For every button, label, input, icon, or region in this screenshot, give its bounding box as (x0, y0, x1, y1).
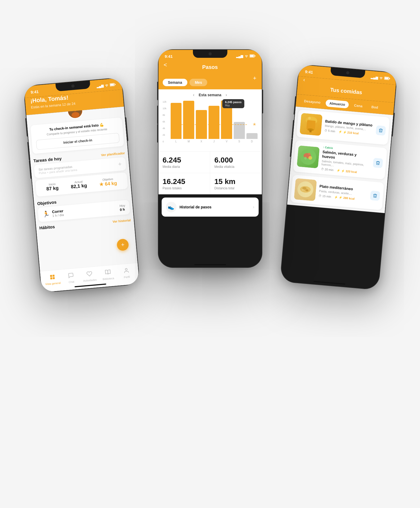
bar-D-label: D (251, 140, 253, 143)
lifetime-avg-value: 6.000 (214, 156, 258, 164)
y-12k: 12k (163, 100, 170, 103)
meal-smoothie-time: 5 min (324, 129, 335, 133)
y-8k: 8k (163, 114, 170, 116)
wifi-icon-3 (379, 76, 383, 80)
history-row[interactable]: 👟 Historial de pasos › (162, 198, 259, 217)
chart-section: ‹ Esta semana › 12k 10k 8k 6k 4k 2k 0 (158, 89, 262, 151)
stats-grid: 6.245 Media diaria 6.000 Media vitalicia… (158, 151, 262, 194)
history-label: Historial de pasos (180, 205, 212, 209)
goal-line: ★ (171, 124, 247, 125)
svg-rect-1 (110, 84, 114, 86)
lifetime-avg-label: Media vitalicia (214, 165, 258, 169)
nav-library-label: Biblioteca (103, 277, 114, 281)
tab-week[interactable]: Semana (163, 79, 188, 86)
stat-start-value: 87 kg (46, 185, 59, 192)
stat-current-value: 82,1 kg (70, 183, 87, 190)
total-steps-value: 16.245 (163, 177, 206, 186)
habits-link[interactable]: Ver historial (112, 218, 131, 224)
bar-L-fill (171, 103, 182, 139)
tab-bod[interactable]: Bod (367, 103, 382, 112)
battery-icon-2 (250, 54, 255, 58)
svg-rect-20 (309, 130, 312, 133)
home-indicator (74, 283, 106, 287)
svg-rect-6 (50, 275, 52, 277)
wifi-icon-2 (245, 54, 248, 58)
time-2: 9:41 (165, 54, 173, 59)
history-icon: 👟 (166, 202, 176, 212)
meal-salmon-action[interactable] (373, 158, 383, 168)
nav-activities-label: Actividades (83, 278, 97, 282)
plus-button-2[interactable]: + (253, 75, 257, 82)
add-task-button[interactable]: + (118, 161, 122, 168)
nav-activities[interactable]: Actividades (80, 270, 99, 283)
bar-tooltip: 6.245 pasos Hoy (222, 99, 244, 108)
checkin-card: Tu check-in semanal está listo 💪 Compart… (30, 117, 124, 154)
bar-J: J (209, 100, 220, 143)
meal-pasta-action[interactable] (370, 190, 380, 201)
stat-goal-value: ★ 64 kg (99, 180, 117, 187)
week-nav: ‹ Esta semana › (163, 93, 258, 97)
bar-X-label: X (200, 140, 202, 143)
phone2-header: < Pasos + (158, 62, 262, 76)
svg-point-10 (125, 268, 127, 270)
meal-smoothie-kcal: ⚡ 210 kcal (338, 130, 359, 135)
bars-wrapper: ★ 6.245 pasos Hoy L (171, 100, 258, 148)
tab-cena[interactable]: Cena (350, 102, 366, 110)
tooltip-label: Hoy (225, 104, 230, 107)
goal-detail: 1 h / día (52, 213, 64, 218)
nav-profile-label: Perfil (124, 275, 130, 279)
phone-1: 9:41 ▂▄▆ (24, 78, 139, 292)
prev-week-button[interactable]: ‹ (193, 93, 194, 97)
bar-S-label: S (238, 140, 240, 143)
nav-chat[interactable]: Chat (61, 272, 81, 284)
time-1: 9:41 (30, 89, 38, 94)
bar-J-label: J (213, 140, 215, 143)
y-0: 0 (163, 140, 170, 143)
bar-M-label: M (188, 140, 190, 143)
distance-value: 15 km (214, 177, 258, 186)
nav-chat-label: Chat (68, 280, 74, 284)
meal-smoothie: Batido de mango y plátano Mango, plátano… (296, 110, 390, 145)
meal-pasta: Plato mediterráneo Pasta, verduras, acei… (290, 174, 384, 210)
nav-overview[interactable]: Vista general (43, 273, 62, 286)
meal-salmon-kcal: ⚡ 320 kcal (336, 169, 357, 174)
svg-rect-13 (255, 55, 255, 56)
bar-M: M (183, 100, 194, 143)
tooltip-value: 6.245 pasos (225, 100, 241, 104)
bar-X: X (196, 100, 207, 143)
tab-almuerzo[interactable]: Almuerzo (325, 99, 349, 109)
home-indicator-3 (313, 281, 345, 284)
meal-smoothie-action[interactable] (375, 125, 386, 136)
signal-icon-2: ▂▄▆ (236, 54, 243, 58)
tab-desayuno[interactable]: Desayuno (300, 97, 324, 106)
meal-pasta-info: Plato mediterráneo Pasta, verduras, acei… (319, 184, 368, 202)
next-week-button[interactable]: › (226, 93, 227, 97)
camera-3 (346, 71, 349, 75)
camera-2 (209, 52, 212, 55)
meal-smoothie-image (299, 113, 322, 136)
meal-smoothie-info: Batido de mango y plátano Mango, plátano… (324, 119, 373, 136)
y-10k: 10k (163, 107, 170, 110)
y-4k: 4k (163, 127, 170, 130)
phone-3: 9:41 ▂▄▆ (280, 64, 397, 290)
goal-icon: 🏃 (42, 211, 50, 218)
bar-V-label: V (226, 140, 228, 143)
fab-button[interactable]: + (116, 238, 129, 251)
bar-L: L (171, 100, 182, 143)
svg-rect-9 (52, 277, 55, 279)
meals-content: Batido de mango y plátano Mango, plátano… (287, 107, 393, 213)
meal-salmon: Calcio Salmón, verduras y huevos Salmón,… (293, 140, 387, 179)
nav-profile[interactable]: Perfil (117, 267, 136, 279)
chat-icon (68, 272, 74, 280)
bar-D-fill (246, 133, 258, 139)
meal-salmon-time: 20 min (321, 167, 333, 172)
notch-2 (193, 50, 227, 58)
signal-icon-3: ▂▄▆ (371, 75, 378, 80)
tab-month[interactable]: Mes (189, 79, 207, 86)
tasks-link[interactable]: Ver planificador (101, 151, 125, 157)
nav-library[interactable]: Biblioteca (98, 269, 118, 281)
goal-today-value: 0 h (120, 207, 126, 212)
tabs-row: Semana Mes (158, 76, 262, 89)
home-indicator-2 (194, 264, 226, 265)
bar-J-fill (209, 106, 220, 139)
